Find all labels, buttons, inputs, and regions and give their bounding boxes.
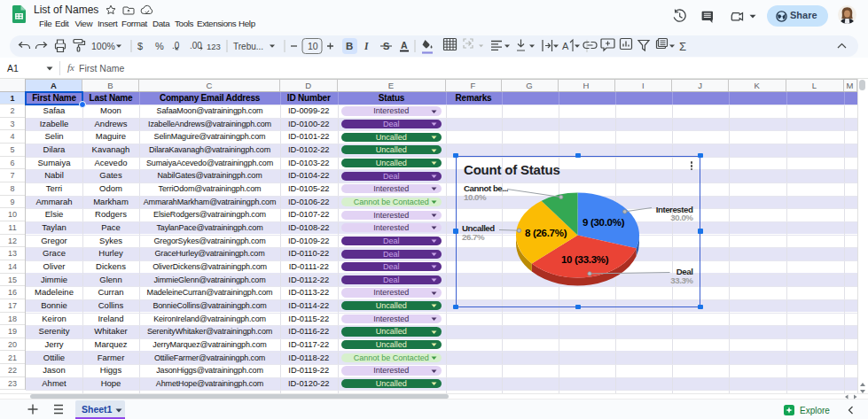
svg-text:100%: 100% [91,41,115,51]
svg-text:123: 123 [207,42,221,51]
svg-text:A: A [401,40,408,50]
svg-text:%: % [155,41,164,51]
svg-text:10: 10 [308,41,318,51]
svg-text:Trebu...: Trebu... [233,42,263,51]
svg-text:.00: .00 [190,41,202,50]
svg-text:$: $ [137,41,143,51]
svg-text:B: B [346,41,353,51]
svg-text:Σ: Σ [679,40,686,53]
svg-text:A: A [562,41,569,51]
svg-text:I: I [364,41,369,51]
